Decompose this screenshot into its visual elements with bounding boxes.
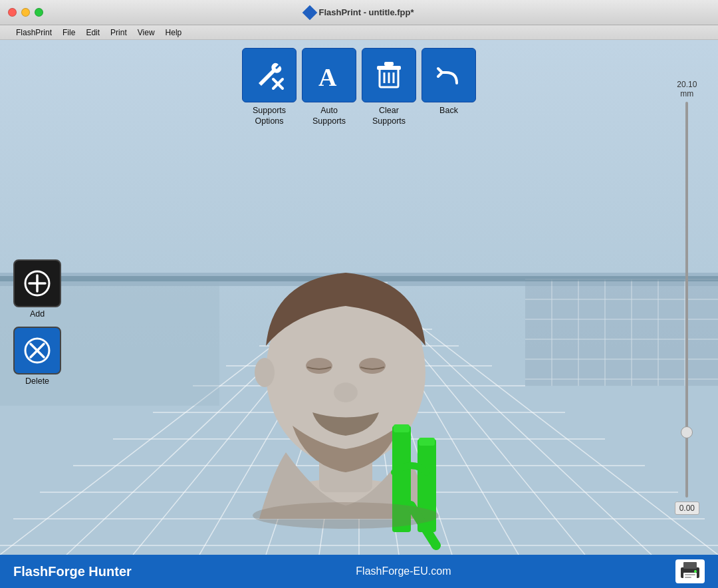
auto-supports-button[interactable]: A Auto Supports <box>302 48 356 127</box>
window-title-group: FlashPrint - untitle.fpp* <box>304 7 414 18</box>
menu-edit[interactable]: Edit <box>86 28 100 37</box>
minimize-button[interactable] <box>21 8 30 17</box>
svg-rect-73 <box>683 562 697 569</box>
back-label: Back <box>439 105 458 116</box>
app-logo-icon <box>302 5 317 20</box>
window-title: FlashPrint - untitle.fpp* <box>319 7 414 17</box>
supports-options-button[interactable]: Supports Options <box>242 48 297 127</box>
height-ruler[interactable]: 20.10 mm 0.00 <box>675 80 699 515</box>
delete-button[interactable]: Delete <box>13 327 61 386</box>
ruler-track[interactable] <box>685 102 688 498</box>
title-bar: FlashPrint - untitle.fpp* <box>0 0 718 25</box>
delete-label: Delete <box>25 376 49 386</box>
maximize-button[interactable] <box>35 8 43 17</box>
website-label: FlashForge-EU.com <box>356 565 451 577</box>
svg-point-48 <box>306 358 332 374</box>
ruler-bottom-value: 0.00 <box>675 502 699 515</box>
svg-rect-77 <box>685 577 691 578</box>
back-icon <box>421 48 476 102</box>
clear-supports-icon <box>362 48 416 102</box>
svg-rect-76 <box>685 574 695 575</box>
menu-print[interactable]: Print <box>110 28 127 37</box>
svg-rect-74 <box>683 573 697 579</box>
menu-bar: FlashPrint File Edit Print View Help <box>0 25 718 40</box>
status-bar: FlashForge Hunter FlashForge-EU.com <box>0 555 718 588</box>
svg-rect-53 <box>394 424 410 432</box>
svg-point-49 <box>359 358 386 374</box>
auto-supports-label: Auto Supports <box>312 105 346 127</box>
menu-file[interactable]: File <box>62 28 75 37</box>
clear-supports-button[interactable]: Clear Supports <box>362 48 416 127</box>
close-button[interactable] <box>8 8 17 17</box>
printer-name: FlashForge Hunter <box>13 564 132 579</box>
add-icon <box>13 259 61 307</box>
supports-options-label: Supports Options <box>253 105 286 127</box>
delete-icon <box>13 327 61 374</box>
clear-supports-label: Clear Supports <box>372 105 406 127</box>
svg-point-50 <box>334 382 358 402</box>
window-controls[interactable] <box>8 8 43 17</box>
add-button[interactable]: Add <box>13 259 61 319</box>
left-tools: Add Delete <box>13 259 61 386</box>
menu-flashprint[interactable]: FlashPrint <box>16 28 52 37</box>
ruler-top-value: 20.10 mm <box>677 80 697 99</box>
menu-view[interactable]: View <box>138 28 155 37</box>
menu-help[interactable]: Help <box>166 28 182 37</box>
ruler-thumb[interactable] <box>681 426 693 438</box>
svg-text:A: A <box>318 63 337 91</box>
svg-point-51 <box>255 358 275 387</box>
printer-icon[interactable] <box>675 559 705 583</box>
viewport: Supports Options A Auto Supports <box>0 40 718 555</box>
svg-rect-61 <box>377 66 401 70</box>
add-label: Add <box>30 309 45 319</box>
svg-point-56 <box>253 502 439 529</box>
svg-point-75 <box>694 570 697 573</box>
svg-rect-55 <box>419 438 435 446</box>
svg-rect-62 <box>384 62 394 66</box>
supports-options-icon <box>242 48 297 102</box>
toolbar: Supports Options A Auto Supports <box>242 48 476 127</box>
back-button[interactable]: Back <box>421 48 476 127</box>
auto-supports-icon: A <box>302 48 356 102</box>
